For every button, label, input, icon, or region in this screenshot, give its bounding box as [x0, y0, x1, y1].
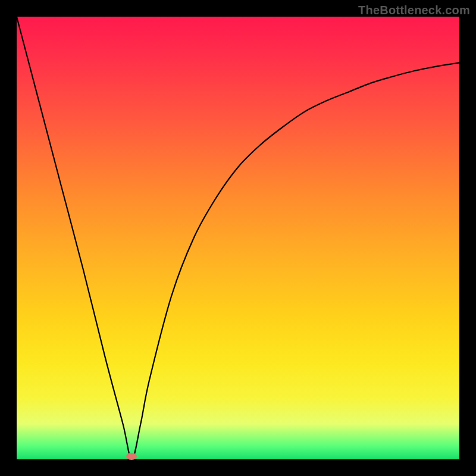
plot-area — [17, 17, 459, 459]
minimum-marker — [126, 453, 137, 460]
bottleneck-curve — [17, 17, 459, 459]
chart-container: TheBottleneck.com — [0, 0, 476, 476]
branding-watermark: TheBottleneck.com — [358, 4, 470, 17]
curve-path — [17, 17, 459, 459]
